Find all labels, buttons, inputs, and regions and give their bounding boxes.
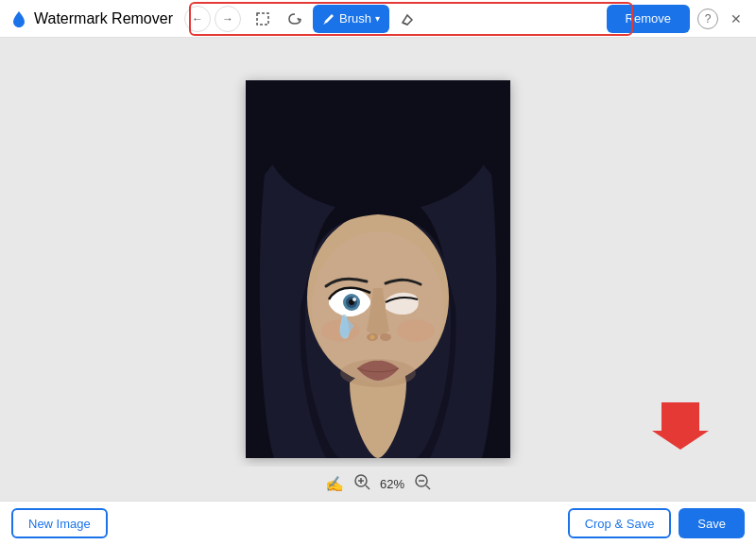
canvas-area[interactable]: ✍ 62%	[0, 38, 756, 501]
eraser-icon	[400, 11, 415, 26]
svg-point-6	[397, 319, 435, 342]
eraser-tool-btn[interactable]	[393, 5, 421, 33]
nav-controls: ← →	[184, 6, 241, 32]
svg-point-13	[380, 333, 391, 341]
brush-chevron-icon: ▾	[375, 13, 380, 24]
app-logo: Watermark Remover	[9, 9, 173, 28]
svg-point-14	[340, 359, 416, 387]
svg-marker-23	[652, 402, 709, 450]
svg-line-17	[366, 485, 369, 489]
zoom-percent: 62%	[380, 477, 404, 491]
svg-rect-0	[257, 13, 268, 25]
remove-btn[interactable]: Remove	[607, 5, 690, 33]
lasso-tool-btn[interactable]	[281, 5, 309, 33]
marquee-tool-btn[interactable]	[249, 5, 277, 33]
red-arrow-icon	[652, 398, 709, 458]
marquee-icon	[255, 11, 270, 26]
logo-icon	[9, 9, 28, 28]
lasso-icon	[287, 11, 302, 26]
zoom-out-icon[interactable]	[414, 473, 431, 494]
new-image-btn[interactable]: New Image	[11, 508, 108, 538]
app-title: Watermark Remover	[34, 10, 173, 27]
nav-forward-btn[interactable]: →	[215, 6, 241, 32]
svg-line-21	[426, 485, 430, 489]
save-btn[interactable]: Save	[679, 508, 745, 538]
pan-hand-icon[interactable]: ✍	[325, 475, 344, 493]
close-btn[interactable]: ✕	[726, 9, 747, 29]
title-bar: Watermark Remover ← → Brush ▾	[0, 0, 756, 38]
brush-tool-btn[interactable]: Brush ▾	[313, 5, 389, 33]
svg-point-11	[352, 298, 356, 301]
nav-back-btn[interactable]: ←	[184, 6, 211, 32]
zoom-in-icon[interactable]	[353, 473, 370, 494]
image-container	[246, 80, 510, 458]
crop-save-btn[interactable]: Crop & Save	[568, 508, 672, 538]
portrait-image	[246, 80, 510, 458]
brush-label: Brush	[339, 11, 371, 26]
help-icon[interactable]: ?	[697, 9, 718, 29]
brush-icon	[322, 12, 335, 26]
toolbar-tools: Brush ▾	[249, 5, 421, 33]
zoom-bar: ✍ 62%	[0, 467, 756, 501]
footer-bar: New Image Crop & Save Save	[0, 501, 756, 545]
svg-point-15	[370, 335, 375, 340]
window-controls: ? ✕	[697, 9, 747, 29]
